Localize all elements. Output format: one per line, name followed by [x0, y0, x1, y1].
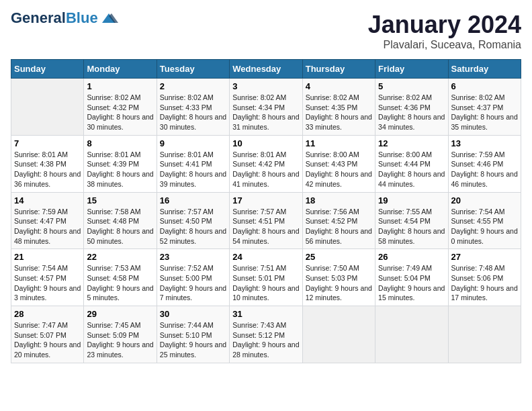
day-number: 22	[87, 252, 153, 262]
calendar-cell: 23Sunrise: 7:52 AMSunset: 5:00 PMDayligh…	[157, 249, 229, 306]
cell-info: Sunrise: 8:01 AMSunset: 4:42 PMDaylight:…	[232, 150, 299, 189]
day-number: 18	[306, 195, 372, 205]
weekday-header-sunday: Sunday	[11, 60, 84, 79]
week-row-3: 14Sunrise: 7:59 AMSunset: 4:47 PMDayligh…	[11, 192, 521, 249]
calendar-cell: 5Sunrise: 8:02 AMSunset: 4:36 PMDaylight…	[375, 79, 448, 136]
calendar-cell: 22Sunrise: 7:53 AMSunset: 4:58 PMDayligh…	[84, 249, 157, 306]
calendar-cell: 14Sunrise: 7:59 AMSunset: 4:47 PMDayligh…	[11, 192, 84, 249]
cell-info: Sunrise: 7:57 AMSunset: 4:50 PMDaylight:…	[160, 207, 226, 246]
calendar-cell: 18Sunrise: 7:56 AMSunset: 4:52 PMDayligh…	[302, 192, 375, 249]
weekday-header-wednesday: Wednesday	[230, 60, 302, 79]
day-number: 17	[232, 195, 299, 205]
cell-info: Sunrise: 7:53 AMSunset: 4:58 PMDaylight:…	[87, 263, 153, 303]
cell-info: Sunrise: 8:00 AMSunset: 4:43 PMDaylight:…	[306, 150, 372, 189]
cell-info: Sunrise: 8:02 AMSunset: 4:35 PMDaylight:…	[306, 93, 372, 132]
title-block: January 2024 Plavalari, Suceava, Romania	[368, 11, 521, 51]
day-number: 2	[160, 81, 226, 91]
calendar-cell: 24Sunrise: 7:51 AMSunset: 5:01 PMDayligh…	[230, 249, 302, 306]
day-number: 10	[232, 138, 299, 148]
calendar-cell: 15Sunrise: 7:58 AMSunset: 4:48 PMDayligh…	[84, 192, 157, 249]
calendar-cell: 21Sunrise: 7:54 AMSunset: 4:57 PMDayligh…	[11, 249, 84, 306]
cell-info: Sunrise: 7:55 AMSunset: 4:54 PMDaylight:…	[378, 207, 445, 246]
cell-info: Sunrise: 7:51 AMSunset: 5:01 PMDaylight:…	[232, 263, 299, 303]
calendar-cell: 7Sunrise: 8:01 AMSunset: 4:38 PMDaylight…	[11, 135, 84, 192]
calendar-cell: 8Sunrise: 8:01 AMSunset: 4:39 PMDaylight…	[84, 135, 157, 192]
cell-info: Sunrise: 7:59 AMSunset: 4:46 PMDaylight:…	[451, 150, 518, 189]
calendar-cell: 16Sunrise: 7:57 AMSunset: 4:50 PMDayligh…	[157, 192, 229, 249]
cell-info: Sunrise: 7:45 AMSunset: 5:09 PMDaylight:…	[87, 320, 153, 360]
cell-info: Sunrise: 7:49 AMSunset: 5:04 PMDaylight:…	[378, 263, 445, 303]
day-number: 16	[160, 195, 226, 205]
logo-general: General	[11, 9, 66, 26]
day-number: 14	[14, 195, 81, 205]
page-header: GeneralBlue January 2024 Plavalari, Suce…	[11, 11, 521, 51]
calendar-cell: 1Sunrise: 8:02 AMSunset: 4:32 PMDaylight…	[84, 79, 157, 136]
logo-icon	[99, 11, 118, 26]
cell-info: Sunrise: 8:01 AMSunset: 4:38 PMDaylight:…	[14, 150, 81, 189]
weekday-header-monday: Monday	[84, 60, 157, 79]
day-number: 15	[87, 195, 153, 205]
day-number: 8	[87, 138, 153, 148]
weekday-header-tuesday: Tuesday	[157, 60, 229, 79]
calendar-cell: 10Sunrise: 8:01 AMSunset: 4:42 PMDayligh…	[230, 135, 302, 192]
cell-info: Sunrise: 8:02 AMSunset: 4:33 PMDaylight:…	[160, 93, 226, 132]
calendar-cell: 6Sunrise: 8:02 AMSunset: 4:37 PMDaylight…	[448, 79, 521, 136]
cell-info: Sunrise: 8:00 AMSunset: 4:44 PMDaylight:…	[378, 150, 445, 189]
weekday-header-saturday: Saturday	[448, 60, 521, 79]
day-number: 6	[451, 81, 518, 91]
cell-info: Sunrise: 8:02 AMSunset: 4:37 PMDaylight:…	[451, 93, 518, 132]
calendar-cell: 26Sunrise: 7:49 AMSunset: 5:04 PMDayligh…	[375, 249, 448, 306]
week-row-4: 21Sunrise: 7:54 AMSunset: 4:57 PMDayligh…	[11, 249, 521, 306]
day-number: 24	[232, 252, 299, 262]
cell-info: Sunrise: 8:01 AMSunset: 4:39 PMDaylight:…	[87, 150, 153, 189]
calendar-cell: 2Sunrise: 8:02 AMSunset: 4:33 PMDaylight…	[157, 79, 229, 136]
cell-info: Sunrise: 8:01 AMSunset: 4:41 PMDaylight:…	[160, 150, 226, 189]
week-row-1: 1Sunrise: 8:02 AMSunset: 4:32 PMDaylight…	[11, 79, 521, 136]
calendar-cell	[448, 306, 521, 363]
cell-info: Sunrise: 7:50 AMSunset: 5:03 PMDaylight:…	[306, 263, 372, 303]
day-number: 25	[306, 252, 372, 262]
day-number: 9	[160, 138, 226, 148]
week-row-5: 28Sunrise: 7:47 AMSunset: 5:07 PMDayligh…	[11, 306, 521, 363]
weekday-header-thursday: Thursday	[302, 60, 375, 79]
cell-info: Sunrise: 7:54 AMSunset: 4:55 PMDaylight:…	[451, 207, 518, 246]
calendar-table: SundayMondayTuesdayWednesdayThursdayFrid…	[11, 59, 521, 363]
day-number: 3	[232, 81, 299, 91]
day-number: 7	[14, 138, 81, 148]
week-row-2: 7Sunrise: 8:01 AMSunset: 4:38 PMDaylight…	[11, 135, 521, 192]
day-number: 31	[232, 309, 299, 319]
cell-info: Sunrise: 7:48 AMSunset: 5:06 PMDaylight:…	[451, 263, 518, 303]
calendar-cell	[302, 306, 375, 363]
calendar-cell: 13Sunrise: 7:59 AMSunset: 4:46 PMDayligh…	[448, 135, 521, 192]
calendar-cell: 17Sunrise: 7:57 AMSunset: 4:51 PMDayligh…	[230, 192, 302, 249]
day-number: 29	[87, 309, 153, 319]
day-number: 5	[378, 81, 445, 91]
cell-info: Sunrise: 8:02 AMSunset: 4:34 PMDaylight:…	[232, 93, 299, 132]
day-number: 26	[378, 252, 445, 262]
cell-info: Sunrise: 7:57 AMSunset: 4:51 PMDaylight:…	[232, 207, 299, 246]
cell-info: Sunrise: 8:02 AMSunset: 4:36 PMDaylight:…	[378, 93, 445, 132]
cell-info: Sunrise: 7:56 AMSunset: 4:52 PMDaylight:…	[306, 207, 372, 246]
calendar-cell	[11, 79, 84, 136]
day-number: 27	[451, 252, 518, 262]
weekday-header-row: SundayMondayTuesdayWednesdayThursdayFrid…	[11, 60, 521, 79]
cell-info: Sunrise: 7:58 AMSunset: 4:48 PMDaylight:…	[87, 207, 153, 246]
day-number: 20	[451, 195, 518, 205]
calendar-cell	[375, 306, 448, 363]
calendar-cell: 19Sunrise: 7:55 AMSunset: 4:54 PMDayligh…	[375, 192, 448, 249]
calendar-cell: 30Sunrise: 7:44 AMSunset: 5:10 PMDayligh…	[157, 306, 229, 363]
calendar-cell: 12Sunrise: 8:00 AMSunset: 4:44 PMDayligh…	[375, 135, 448, 192]
cell-info: Sunrise: 7:47 AMSunset: 5:07 PMDaylight:…	[14, 320, 81, 360]
calendar-cell: 9Sunrise: 8:01 AMSunset: 4:41 PMDaylight…	[157, 135, 229, 192]
logo-blue: Blue	[66, 9, 98, 26]
cell-info: Sunrise: 7:43 AMSunset: 5:12 PMDaylight:…	[232, 320, 299, 360]
day-number: 28	[14, 309, 81, 319]
day-number: 23	[160, 252, 226, 262]
cell-info: Sunrise: 7:44 AMSunset: 5:10 PMDaylight:…	[160, 320, 226, 360]
cell-info: Sunrise: 7:54 AMSunset: 4:57 PMDaylight:…	[14, 263, 81, 303]
day-number: 30	[160, 309, 226, 319]
day-number: 19	[378, 195, 445, 205]
calendar-cell: 20Sunrise: 7:54 AMSunset: 4:55 PMDayligh…	[448, 192, 521, 249]
calendar-subtitle: Plavalari, Suceava, Romania	[368, 39, 521, 51]
logo: GeneralBlue	[11, 11, 118, 26]
